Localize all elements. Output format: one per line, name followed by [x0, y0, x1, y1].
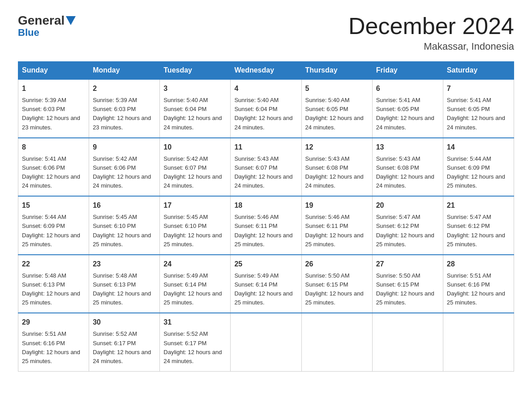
table-row: 27Sunrise: 5:50 AMSunset: 6:15 PMDayligh… [372, 255, 443, 313]
table-row: 16Sunrise: 5:45 AMSunset: 6:10 PMDayligh… [89, 196, 160, 255]
day-number: 27 [376, 259, 439, 270]
day-number: 31 [163, 317, 227, 328]
day-info: Sunrise: 5:40 AMSunset: 6:04 PMDaylight:… [234, 96, 297, 132]
day-info: Sunrise: 5:40 AMSunset: 6:04 PMDaylight:… [163, 96, 227, 132]
day-info: Sunrise: 5:46 AMSunset: 6:11 PMDaylight:… [234, 213, 297, 249]
col-header-monday: Monday [89, 62, 160, 80]
table-row: 12Sunrise: 5:43 AMSunset: 6:08 PMDayligh… [301, 138, 372, 197]
logo-triangle-icon [66, 16, 76, 26]
calendar-week-row: 8Sunrise: 5:41 AMSunset: 6:06 PMDaylight… [18, 138, 514, 197]
day-info: Sunrise: 5:51 AMSunset: 6:16 PMDaylight:… [22, 330, 85, 366]
page-header: General Blue December 2024 Makassar, Ind… [18, 13, 514, 52]
table-row: 8Sunrise: 5:41 AMSunset: 6:06 PMDaylight… [18, 138, 89, 197]
table-row: 26Sunrise: 5:50 AMSunset: 6:15 PMDayligh… [301, 255, 372, 313]
table-row: 2Sunrise: 5:39 AMSunset: 6:03 PMDaylight… [89, 79, 160, 138]
svg-marker-0 [66, 16, 76, 25]
day-info: Sunrise: 5:49 AMSunset: 6:14 PMDaylight:… [163, 271, 227, 308]
calendar-header-row: Sunday Monday Tuesday Wednesday Thursday… [18, 62, 514, 80]
day-info: Sunrise: 5:45 AMSunset: 6:10 PMDaylight:… [93, 213, 156, 249]
table-row: 14Sunrise: 5:44 AMSunset: 6:09 PMDayligh… [443, 138, 514, 197]
table-row: 30Sunrise: 5:52 AMSunset: 6:17 PMDayligh… [89, 313, 160, 371]
day-number: 2 [93, 83, 156, 94]
table-row: 18Sunrise: 5:46 AMSunset: 6:11 PMDayligh… [231, 196, 301, 255]
day-info: Sunrise: 5:41 AMSunset: 6:05 PMDaylight:… [376, 96, 439, 132]
table-row [443, 313, 514, 371]
day-info: Sunrise: 5:41 AMSunset: 6:06 PMDaylight:… [22, 154, 85, 191]
day-number: 10 [163, 142, 227, 153]
table-row: 19Sunrise: 5:46 AMSunset: 6:11 PMDayligh… [301, 196, 372, 255]
table-row: 22Sunrise: 5:48 AMSunset: 6:13 PMDayligh… [18, 255, 89, 313]
day-number: 16 [93, 200, 156, 211]
day-number: 14 [447, 142, 510, 153]
day-number: 17 [163, 200, 227, 211]
day-number: 12 [305, 142, 369, 153]
logo-general-text: General [18, 13, 64, 28]
day-number: 8 [22, 142, 85, 153]
day-number: 25 [234, 259, 297, 270]
day-info: Sunrise: 5:51 AMSunset: 6:16 PMDaylight:… [447, 271, 510, 308]
calendar-week-row: 22Sunrise: 5:48 AMSunset: 6:13 PMDayligh… [18, 255, 514, 313]
table-row: 21Sunrise: 5:47 AMSunset: 6:12 PMDayligh… [443, 196, 514, 255]
day-number: 29 [22, 317, 85, 328]
table-row: 20Sunrise: 5:47 AMSunset: 6:12 PMDayligh… [372, 196, 443, 255]
day-number: 23 [93, 259, 156, 270]
day-number: 11 [234, 142, 297, 153]
table-row: 7Sunrise: 5:41 AMSunset: 6:05 PMDaylight… [443, 79, 514, 138]
day-info: Sunrise: 5:43 AMSunset: 6:08 PMDaylight:… [305, 154, 369, 191]
calendar-week-row: 15Sunrise: 5:44 AMSunset: 6:09 PMDayligh… [18, 196, 514, 255]
day-number: 13 [376, 142, 439, 153]
table-row: 24Sunrise: 5:49 AMSunset: 6:14 PMDayligh… [160, 255, 231, 313]
day-info: Sunrise: 5:46 AMSunset: 6:11 PMDaylight:… [305, 213, 369, 249]
day-number: 22 [22, 259, 85, 270]
day-number: 28 [447, 259, 510, 270]
day-info: Sunrise: 5:44 AMSunset: 6:09 PMDaylight:… [447, 154, 510, 191]
day-info: Sunrise: 5:49 AMSunset: 6:14 PMDaylight:… [234, 271, 297, 308]
day-info: Sunrise: 5:39 AMSunset: 6:03 PMDaylight:… [93, 96, 156, 132]
day-info: Sunrise: 5:42 AMSunset: 6:07 PMDaylight:… [163, 154, 227, 191]
table-row: 28Sunrise: 5:51 AMSunset: 6:16 PMDayligh… [443, 255, 514, 313]
table-row: 10Sunrise: 5:42 AMSunset: 6:07 PMDayligh… [160, 138, 231, 197]
table-row: 4Sunrise: 5:40 AMSunset: 6:04 PMDaylight… [231, 79, 301, 138]
day-info: Sunrise: 5:44 AMSunset: 6:09 PMDaylight:… [22, 213, 85, 249]
calendar-table: Sunday Monday Tuesday Wednesday Thursday… [18, 61, 514, 372]
day-info: Sunrise: 5:48 AMSunset: 6:13 PMDaylight:… [22, 271, 85, 308]
month-title: December 2024 [348, 13, 514, 39]
day-number: 15 [22, 200, 85, 211]
day-info: Sunrise: 5:45 AMSunset: 6:10 PMDaylight:… [163, 213, 227, 249]
day-number: 30 [93, 317, 156, 328]
col-header-friday: Friday [372, 62, 443, 80]
day-info: Sunrise: 5:52 AMSunset: 6:17 PMDaylight:… [163, 330, 227, 366]
day-info: Sunrise: 5:48 AMSunset: 6:13 PMDaylight:… [93, 271, 156, 308]
day-number: 7 [447, 83, 510, 94]
day-number: 9 [93, 142, 156, 153]
calendar-week-row: 29Sunrise: 5:51 AMSunset: 6:16 PMDayligh… [18, 313, 514, 371]
day-info: Sunrise: 5:39 AMSunset: 6:03 PMDaylight:… [22, 96, 85, 132]
title-block: December 2024 Makassar, Indonesia [348, 13, 514, 52]
day-number: 18 [234, 200, 297, 211]
day-number: 26 [305, 259, 369, 270]
day-number: 21 [447, 200, 510, 211]
table-row: 15Sunrise: 5:44 AMSunset: 6:09 PMDayligh… [18, 196, 89, 255]
table-row [231, 313, 301, 371]
table-row: 17Sunrise: 5:45 AMSunset: 6:10 PMDayligh… [160, 196, 231, 255]
day-number: 20 [376, 200, 439, 211]
day-info: Sunrise: 5:43 AMSunset: 6:07 PMDaylight:… [234, 154, 297, 191]
day-info: Sunrise: 5:43 AMSunset: 6:08 PMDaylight:… [376, 154, 439, 191]
day-info: Sunrise: 5:47 AMSunset: 6:12 PMDaylight:… [447, 213, 510, 249]
day-info: Sunrise: 5:52 AMSunset: 6:17 PMDaylight:… [93, 330, 156, 366]
table-row: 11Sunrise: 5:43 AMSunset: 6:07 PMDayligh… [231, 138, 301, 197]
day-info: Sunrise: 5:41 AMSunset: 6:05 PMDaylight:… [447, 96, 510, 132]
table-row [301, 313, 372, 371]
table-row: 3Sunrise: 5:40 AMSunset: 6:04 PMDaylight… [160, 79, 231, 138]
table-row: 31Sunrise: 5:52 AMSunset: 6:17 PMDayligh… [160, 313, 231, 371]
day-number: 24 [163, 259, 227, 270]
logo: General Blue [18, 13, 76, 39]
table-row: 1Sunrise: 5:39 AMSunset: 6:03 PMDaylight… [18, 79, 89, 138]
col-header-sunday: Sunday [18, 62, 89, 80]
table-row: 5Sunrise: 5:40 AMSunset: 6:05 PMDaylight… [301, 79, 372, 138]
location-text: Makassar, Indonesia [348, 41, 514, 52]
table-row: 25Sunrise: 5:49 AMSunset: 6:14 PMDayligh… [231, 255, 301, 313]
day-info: Sunrise: 5:40 AMSunset: 6:05 PMDaylight:… [305, 96, 369, 132]
table-row: 29Sunrise: 5:51 AMSunset: 6:16 PMDayligh… [18, 313, 89, 371]
table-row: 6Sunrise: 5:41 AMSunset: 6:05 PMDaylight… [372, 79, 443, 138]
